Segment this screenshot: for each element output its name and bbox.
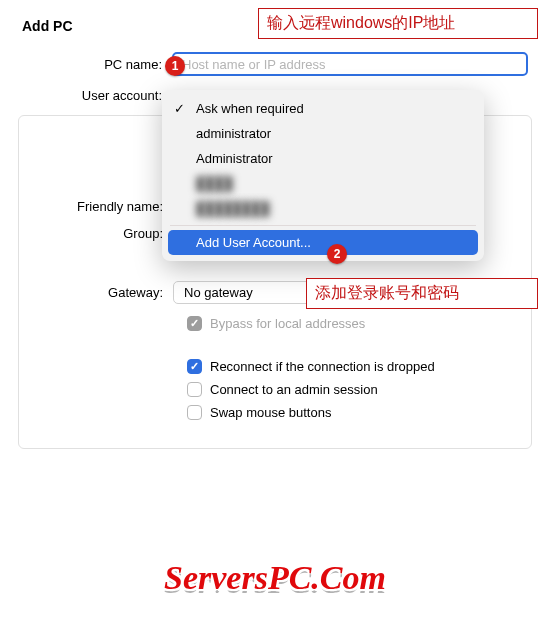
bypass-label: Bypass for local addresses (210, 316, 365, 331)
dropdown-item-ask[interactable]: Ask when required (162, 96, 484, 121)
dropdown-separator (170, 225, 476, 226)
pc-name-input[interactable] (172, 52, 528, 76)
pc-name-label: PC name: (22, 57, 172, 72)
watermark: ServersPC.Com (164, 559, 386, 597)
user-account-dropdown: Ask when required administrator Administ… (162, 90, 484, 261)
dropdown-item-redacted-1[interactable]: ████ (162, 171, 484, 196)
badge-1: 1 (165, 56, 185, 76)
group-label: Group: (23, 226, 173, 241)
dropdown-item-add-account[interactable]: Add User Account... (168, 230, 478, 255)
admin-session-checkbox[interactable] (187, 382, 202, 397)
reconnect-checkbox[interactable] (187, 359, 202, 374)
friendly-name-label: Friendly name: (23, 199, 173, 214)
swap-mouse-label: Swap mouse buttons (210, 405, 331, 420)
dropdown-item-admin-lower[interactable]: administrator (162, 121, 484, 146)
dropdown-item-redacted-2[interactable]: ████████ (162, 196, 484, 221)
admin-session-label: Connect to an admin session (210, 382, 378, 397)
bypass-checkbox (187, 316, 202, 331)
gateway-selected-value: No gateway (184, 285, 253, 300)
dropdown-item-admin-upper[interactable]: Administrator (162, 146, 484, 171)
gateway-label: Gateway: (23, 285, 173, 300)
annotation-ip-hint: 输入远程windows的IP地址 (258, 8, 538, 39)
badge-2: 2 (327, 244, 347, 264)
reconnect-label: Reconnect if the connection is dropped (210, 359, 435, 374)
user-account-label: User account: (22, 88, 172, 103)
swap-mouse-checkbox[interactable] (187, 405, 202, 420)
annotation-account-hint: 添加登录账号和密码 (306, 278, 538, 309)
